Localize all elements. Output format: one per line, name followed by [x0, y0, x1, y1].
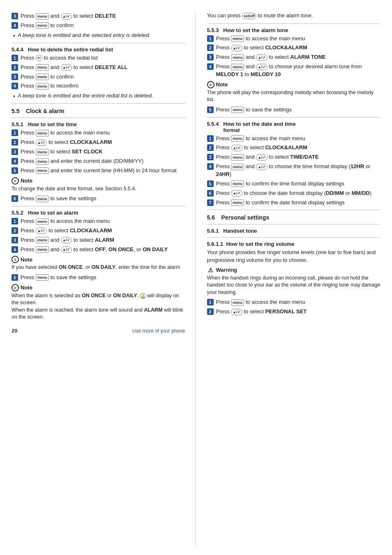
nav-ok-icon: ▲/✓ [231, 309, 242, 315]
step-number: 4 [207, 63, 214, 70]
step-text: Press menu and ▲/✓ to select ALARM TONE [216, 53, 381, 61]
step-item: 5 Press menu to save the settings [207, 106, 381, 114]
section-554: 5.5.4 How to set the date and time forma… [207, 121, 381, 207]
nav-ok-icon: ▲/✓ [61, 246, 72, 253]
step-number: 5 [12, 274, 18, 281]
step-item: 4 Press menu to reconfirm [12, 82, 185, 90]
divider [207, 224, 381, 224]
nav-ok-icon: ▲/✓ [256, 164, 267, 170]
section-561: 5.6.1 Handset tone [207, 228, 381, 234]
note-icon: ≡ [207, 81, 214, 88]
note-icon: ≡ [12, 284, 19, 291]
step-text: Press menu and ▲/✓ to choose your desire… [216, 63, 381, 79]
section-55: 5.5 Clock & alarm [12, 108, 185, 114]
section-553: 5.5.3 How to set the alarm tone 1 Press … [207, 27, 381, 114]
step-number: 4 [12, 22, 18, 29]
menu-button-icon: menu [231, 180, 244, 187]
step-number: 4 [207, 163, 214, 170]
note-box: ≡ Note To change the date and time forma… [12, 177, 185, 193]
section-552-title: 5.5.2 How to set an alarm [12, 210, 185, 216]
menu-button-icon: menu [36, 218, 49, 225]
note-header: ≡ Note [207, 81, 381, 88]
section-5611-title: 5.6.1.1 How to set the ring volume [207, 241, 381, 247]
step-text: Press menu and enter the current time (H… [21, 167, 185, 175]
step-text: Press ▲/✓ to select CLOCK&ALARM [216, 144, 381, 152]
step-item: 3 Press menu and ▲/✓ to select DELETE [12, 12, 185, 20]
section-553-title: 5.5.3 How to set the alarm tone [207, 27, 381, 33]
warning-header: ⚠ Warning [207, 266, 381, 274]
section-56-title: 5.6 Personal settings [207, 214, 381, 221]
nav-ok-icon: ▲/✓ [256, 54, 267, 61]
section-554-title: 5.5.4 How to set the date and time forma… [207, 121, 381, 133]
step-item: 2 Press ▲/✓ to select CLOCK&ALARM [12, 227, 185, 235]
step-number: 3 [12, 13, 18, 19]
step-number: 2 [207, 144, 214, 151]
bullet-item: • A beep tone is emitted and the entire … [13, 92, 185, 100]
menu-button-icon: menu [36, 274, 49, 281]
left-column: 3 Press menu and ▲/✓ to select DELETE 4 … [12, 12, 196, 547]
step-text: Press menu to confirm [21, 22, 185, 30]
step-number: 3 [12, 148, 18, 155]
page: 3 Press menu and ▲/✓ to select DELETE 4 … [0, 0, 392, 555]
step-number: 2 [12, 139, 18, 146]
page-number: 20 [12, 328, 17, 334]
note-body: If you have selected ON ONCE, or ON DAIL… [12, 264, 185, 271]
note-box-552b: ≡ Note When the alarm is selected as ON … [12, 284, 185, 321]
step-number: 3 [207, 154, 214, 160]
bullet-dot: • [13, 32, 15, 39]
note-box-552a: ≡ Note If you have selected ON ONCE, or … [12, 256, 185, 271]
step-item: 6 Press menu to save the settings [12, 195, 185, 203]
step-number: 5 [207, 106, 214, 113]
menu-button-icon: menu [36, 167, 49, 174]
step-number: 1 [207, 135, 214, 142]
intro-alarm-note: You can press set/off to mute the alarm … [207, 12, 381, 19]
nav-ok-icon: ▲/✓ [61, 13, 72, 20]
step-item: 4 Press menu to confirm [12, 22, 185, 30]
menu-button-icon: menu [231, 135, 244, 142]
step-number: 1 [12, 55, 18, 61]
step-number: 3 [12, 74, 18, 80]
menu-button-icon: menu [36, 64, 49, 71]
step-text: Press menu to save the settings [21, 195, 185, 203]
section-551-title: 5.5.1 How to set the time [12, 121, 185, 127]
step-text: Press menu and ▲/✓ to select ALARM [21, 236, 185, 244]
step-number: 2 [12, 227, 18, 234]
menu-button-icon: menu [231, 54, 244, 61]
section-561-title: 5.6.1 Handset tone [207, 228, 381, 234]
section-551: 5.5.1 How to set the time 1 Press menu t… [12, 121, 185, 203]
section-55-title: 5.5 Clock & alarm [12, 108, 185, 114]
nav-ok-icon: ▲/✓ [231, 190, 242, 197]
step-text: Press ▲/✓ to choose the date format disp… [216, 190, 381, 197]
step-item: 3 Press menu and ▲/✓ to select ALARM [12, 236, 185, 244]
bullet-item: • A beep tone is emitted and the selecte… [13, 32, 185, 39]
bullet-text: A beep tone is emitted and the selected … [18, 32, 150, 38]
divider [207, 237, 381, 238]
step-text: Press menu to access the main menu [216, 298, 381, 306]
step-text: Press ↩ to access the redial list [21, 54, 185, 62]
step-number: 1 [12, 130, 18, 136]
menu-button-icon: menu [231, 35, 244, 42]
menu-button-icon: menu [36, 237, 49, 243]
step-item: 7 Press menu to confirm the date format … [207, 199, 381, 207]
step-text: Press menu to select SET CLOCK [21, 148, 185, 156]
menu-button-icon: menu [231, 199, 244, 206]
step-text: Press menu to save the settings [21, 274, 185, 282]
note-body: The phone will play the corresponding me… [207, 89, 381, 104]
step-text: Press menu to access the main menu [216, 35, 381, 43]
footer-right-text: Use more of your phone [132, 328, 185, 334]
menu-button-icon: menu [36, 246, 49, 253]
menu-button-icon: menu [36, 196, 49, 202]
step-item: 4 Press menu and ▲/✓ to select OFF, ON O… [12, 246, 185, 254]
step-number: 6 [12, 195, 18, 202]
note-body: When the alarm is selected as ON ONCE or… [12, 292, 185, 321]
step-text: Press menu to access the main menu [21, 129, 185, 137]
step-number: 1 [207, 35, 214, 42]
warning-icon: ⚠ [207, 266, 214, 274]
note-icon: ≡ [12, 256, 19, 263]
menu-button-icon: menu [36, 74, 49, 80]
step-text: Press ▲/✓ to select CLOCK&ALARM [216, 44, 381, 52]
bullet-dot: • [13, 92, 15, 100]
nav-ok-icon: ▲/✓ [61, 64, 72, 71]
menu-button-icon: menu [36, 83, 49, 90]
step-item: 5 Press menu to confirm the time format … [207, 180, 381, 188]
